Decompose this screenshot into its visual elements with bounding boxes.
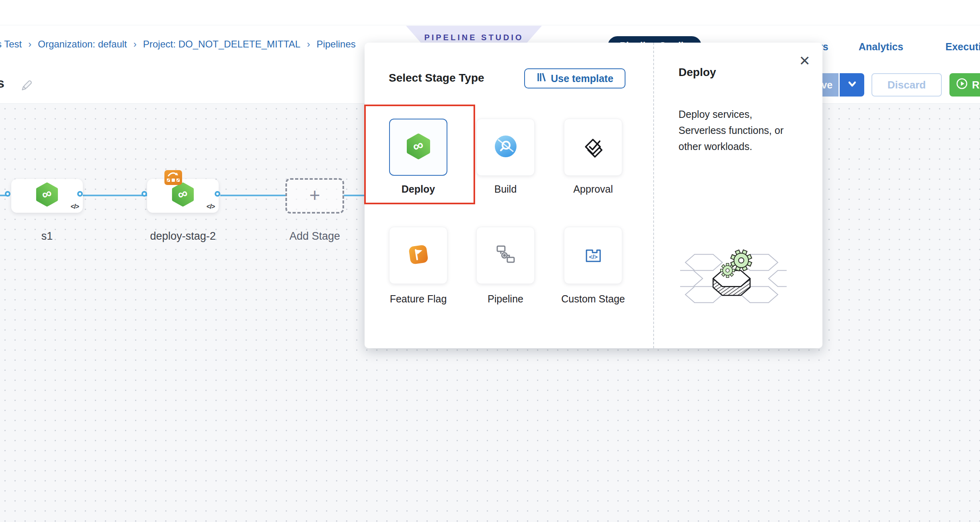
propagate-rollback-icon[interactable] bbox=[164, 170, 182, 185]
stage-node-deploy-stag-2[interactable]: ∞ </> bbox=[147, 179, 219, 213]
yaml-code-icon[interactable]: </> bbox=[207, 203, 215, 210]
use-template-button[interactable]: Use template bbox=[524, 68, 625, 88]
breadcrumb-account[interactable]: s Test bbox=[0, 39, 22, 50]
breadcrumb-separator: › bbox=[133, 39, 137, 50]
stage-name-label: s1 bbox=[11, 230, 83, 243]
breadcrumb: s Test › Organization: default › Project… bbox=[0, 39, 356, 50]
cd-hexagon-icon: ∞ bbox=[172, 182, 194, 209]
custom-stage-icon: </> bbox=[582, 243, 605, 267]
add-stage-label: Add Stage bbox=[281, 230, 349, 243]
stage-type-deploy[interactable]: ∞ bbox=[389, 119, 447, 176]
template-library-icon bbox=[536, 72, 547, 85]
stage-type-label-pipeline: Pipeline bbox=[472, 293, 539, 305]
yaml-code-icon[interactable]: </> bbox=[71, 203, 79, 210]
breadcrumb-organization[interactable]: Organization: default bbox=[38, 39, 127, 50]
add-stage-button[interactable]: + bbox=[285, 178, 344, 214]
stage-detail-title: Deploy bbox=[679, 66, 716, 79]
breadcrumb-project[interactable]: Project: DO_NOT_DELETE_MITTAL bbox=[143, 39, 301, 50]
stage-type-label-feature-flag: Feature Flag bbox=[385, 293, 451, 305]
breadcrumb-separator: › bbox=[28, 39, 31, 50]
use-template-label: Use template bbox=[551, 73, 613, 84]
stage-type-approval[interactable] bbox=[564, 119, 622, 176]
approval-check-icon bbox=[582, 135, 605, 160]
ci-circle-icon bbox=[494, 135, 517, 160]
plus-icon: + bbox=[310, 186, 320, 204]
cd-hexagon-icon: ∞ bbox=[36, 182, 58, 209]
pipeline-edge bbox=[83, 195, 147, 196]
tab-executions[interactable]: Executions bbox=[945, 37, 980, 56]
node-port bbox=[77, 191, 83, 197]
stage-type-label-build: Build bbox=[472, 183, 539, 195]
node-port bbox=[215, 191, 220, 197]
node-port bbox=[5, 191, 10, 197]
stage-type-feature-flag[interactable] bbox=[389, 227, 447, 284]
run-button-label: Run bbox=[972, 79, 980, 91]
deploy-illustration bbox=[680, 238, 787, 306]
stage-type-label-custom: Custom Stage bbox=[560, 293, 626, 305]
stage-type-label-deploy: Deploy bbox=[385, 183, 451, 195]
tab-analytics[interactable]: Analytics bbox=[859, 37, 903, 56]
stage-type-custom[interactable]: </> bbox=[564, 227, 622, 284]
top-strip bbox=[0, 0, 980, 25]
svg-text:</>: </> bbox=[589, 253, 598, 260]
stage-node-s1[interactable]: ∞ </> bbox=[11, 179, 83, 213]
edit-pencil-icon[interactable] bbox=[19, 78, 34, 93]
save-options-button[interactable] bbox=[839, 73, 864, 97]
breadcrumb-separator: › bbox=[307, 39, 310, 50]
close-icon[interactable]: ✕ bbox=[799, 54, 811, 68]
stage-name-label: deploy-stag-2 bbox=[136, 230, 230, 243]
play-circle-icon bbox=[956, 78, 968, 92]
stage-detail-description: Deploy services, Serverless functions, o… bbox=[679, 106, 801, 154]
stage-type-label-approval: Approval bbox=[560, 183, 626, 195]
discard-button[interactable]: Discard bbox=[871, 73, 942, 97]
breadcrumb-pipelines[interactable]: Pipelines bbox=[316, 39, 355, 50]
run-button[interactable]: Run bbox=[949, 73, 980, 97]
chevron-down-icon bbox=[847, 79, 857, 90]
modal-title: Select Stage Type bbox=[389, 72, 484, 84]
stage-type-pipeline[interactable] bbox=[476, 227, 535, 284]
pipeline-studio-screen: s Test › Organization: default › Project… bbox=[0, 0, 980, 522]
pipeline-name: s bbox=[0, 75, 4, 91]
pipeline-chain-icon bbox=[494, 243, 517, 267]
feature-flag-icon bbox=[407, 243, 430, 268]
select-stage-type-modal: Select Stage Type Use template ∞ bbox=[365, 43, 822, 348]
stage-type-build[interactable] bbox=[476, 119, 535, 176]
modal-divider bbox=[653, 43, 654, 348]
pipeline-edge bbox=[220, 195, 286, 196]
node-port bbox=[141, 191, 147, 197]
cd-hexagon-icon: ∞ bbox=[406, 133, 431, 161]
